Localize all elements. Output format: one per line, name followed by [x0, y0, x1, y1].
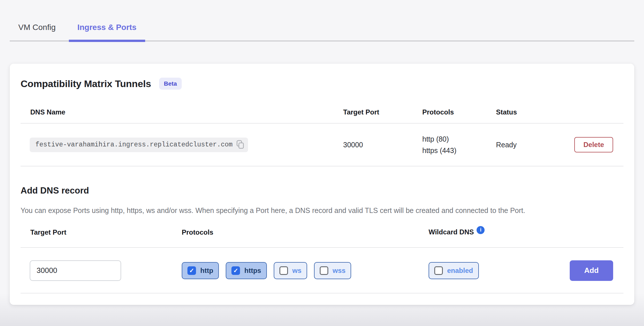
protocol-pill-wss-label: wss [333, 267, 345, 275]
wildcard-dns-label: Wildcard DNS [429, 228, 474, 236]
table-row: festive-varahamihira.ingress.replicatedc… [21, 124, 623, 166]
card-title: Compatibility Matrix Tunnels [21, 76, 151, 91]
target-port-input[interactable] [30, 260, 121, 281]
dns-name-value: festive-varahamihira.ingress.replicatedc… [35, 141, 233, 148]
content-wrapper: VM Config Ingress & Ports Compatibility … [10, 0, 634, 305]
dns-name-pill: festive-varahamihira.ingress.replicatedc… [30, 138, 248, 152]
wildcard-dns-label-wrap: Wildcard DNSi [429, 228, 569, 237]
tab-vm-config-label: VM Config [18, 23, 56, 32]
checkbox-unchecked-icon[interactable] [320, 266, 328, 275]
protocol-https: https (443) [422, 145, 496, 156]
wildcard-enabled-label: enabled [447, 267, 473, 275]
protocol-pill-ws-label: ws [292, 267, 301, 275]
delete-button[interactable]: Delete [574, 137, 613, 152]
add-button-cell: Add [569, 260, 623, 281]
form-row: ✓ http ✓ https ws wss [21, 248, 623, 293]
protocol-pill-http[interactable]: ✓ http [182, 262, 219, 279]
add-dns-description: You can expose Ports using http, https, … [21, 205, 616, 216]
checkbox-unchecked-icon[interactable] [279, 266, 288, 275]
card-title-row: Compatibility Matrix Tunnels Beta [21, 76, 623, 91]
wildcard-enabled-pill[interactable]: enabled [429, 262, 479, 279]
add-button[interactable]: Add [570, 260, 613, 281]
dns-name-cell: festive-varahamihira.ingress.replicatedc… [21, 138, 343, 152]
copy-icon [237, 140, 244, 150]
checkbox-checked-icon[interactable]: ✓ [231, 266, 240, 275]
col-header-dns-name: DNS Name [21, 108, 343, 116]
status-cell: Ready [496, 141, 543, 149]
tunnels-card: Compatibility Matrix Tunnels Beta DNS Na… [10, 64, 634, 305]
protocol-http: http (80) [422, 133, 496, 145]
protocol-pill-http-label: http [200, 267, 213, 275]
beta-badge: Beta [159, 78, 182, 90]
page: VM Config Ingress & Ports Compatibility … [0, 0, 644, 326]
checkbox-checked-icon[interactable]: ✓ [187, 266, 196, 275]
info-icon[interactable]: i [477, 226, 485, 234]
checkbox-unchecked-icon[interactable] [434, 266, 443, 275]
target-port-cell: 30000 [343, 141, 422, 149]
target-port-label: Target Port [21, 228, 182, 236]
form-labels-row: Target Port Protocols Wildcard DNSi [21, 224, 623, 248]
target-port-field-cell [21, 260, 182, 281]
actions-cell: Delete [543, 137, 623, 152]
copy-dns-button[interactable] [237, 140, 244, 150]
add-dns-heading: Add DNS record [21, 184, 623, 197]
wildcard-cell: enabled [429, 262, 569, 279]
protocols-cell: http (80) https (443) [422, 133, 496, 156]
protocol-pill-wss[interactable]: wss [314, 262, 351, 279]
tab-vm-config[interactable]: VM Config [10, 14, 64, 41]
protocol-pill-ws[interactable]: ws [274, 262, 307, 279]
tab-bar: VM Config Ingress & Ports [10, 0, 634, 41]
tunnels-table-header: DNS Name Target Port Protocols Status [21, 101, 623, 124]
protocols-pill-group: ✓ http ✓ https ws wss [182, 262, 429, 279]
col-header-target-port: Target Port [343, 108, 422, 116]
protocols-label: Protocols [182, 228, 429, 236]
protocol-pill-https-label: https [244, 267, 261, 275]
col-header-protocols: Protocols [422, 108, 496, 116]
protocol-pill-https[interactable]: ✓ https [226, 262, 267, 279]
tab-ingress-ports[interactable]: Ingress & Ports [69, 14, 145, 41]
tab-ingress-ports-label: Ingress & Ports [77, 23, 137, 32]
col-header-status: Status [496, 108, 543, 116]
